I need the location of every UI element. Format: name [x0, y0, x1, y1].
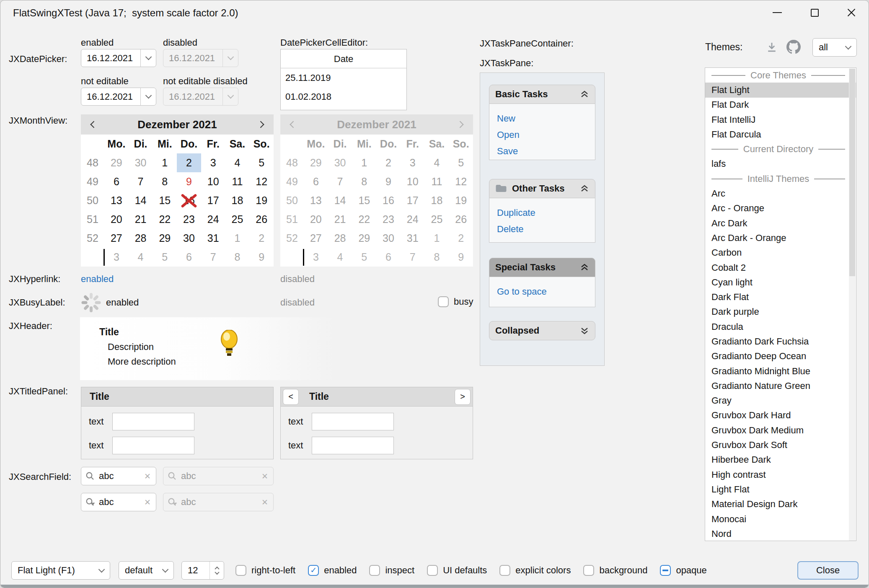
calendar-day[interactable]: 18 — [225, 191, 250, 210]
panel-right-button[interactable]: > — [455, 389, 471, 405]
theme-list-item[interactable]: Gradianto Dark Fuchsia — [705, 334, 856, 349]
theme-list-item[interactable]: Dark Flat — [705, 290, 856, 304]
taskpane-header[interactable]: Basic Tasks — [489, 85, 595, 104]
theme-list-item[interactable]: Flat Dark — [705, 98, 856, 112]
theme-list-item[interactable]: Dracula — [705, 319, 856, 334]
theme-list-item[interactable]: Monocai — [705, 512, 856, 526]
spinner-arrows[interactable] — [209, 562, 224, 579]
theme-list-item[interactable]: Gruvbox Dark Medium — [705, 423, 856, 438]
text-input[interactable] — [312, 437, 394, 454]
checkbox-box[interactable] — [499, 565, 510, 576]
close-window-button[interactable] — [838, 0, 865, 25]
theme-list-item[interactable]: Cyan light — [705, 275, 856, 290]
search-input[interactable]: abc — [99, 497, 141, 508]
table-column-header[interactable]: Date — [281, 49, 406, 68]
busy-checkbox[interactable]: busy — [438, 296, 473, 307]
collapse-chevron-icon[interactable] — [580, 90, 589, 99]
font-size-spinner[interactable]: 12 — [181, 561, 224, 580]
checkbox-box[interactable] — [369, 565, 380, 576]
taskpane-header[interactable]: Collapsed — [489, 321, 595, 340]
theme-list-item[interactable]: Flat IntelliJ — [705, 112, 856, 127]
calendar-day[interactable]: 24 — [201, 210, 225, 229]
taskpane-header[interactable]: Special Tasks — [489, 258, 595, 277]
checkbox-enabled[interactable]: enabled — [308, 565, 357, 576]
calendar-day[interactable]: 22 — [153, 210, 177, 229]
calendar-day[interactable]: 20 — [104, 210, 129, 229]
datepicker-dropdown-button[interactable] — [140, 49, 156, 67]
date-table[interactable]: Date 25.11.2019 01.02.2018 — [280, 49, 407, 110]
taskpane-header[interactable]: Other Tasks — [489, 179, 595, 198]
hyperlink-enabled[interactable]: enabled — [81, 274, 114, 285]
scrollbar-thumb[interactable] — [849, 69, 855, 276]
checkbox-box[interactable] — [583, 565, 594, 576]
calendar-day[interactable]: 4 — [129, 248, 153, 267]
calendar-day[interactable]: 8 — [225, 248, 250, 267]
datepicker-dropdown-button[interactable] — [140, 88, 156, 105]
calendar-day[interactable]: 1 — [153, 153, 177, 172]
theme-list-item[interactable]: Gradianto Midnight Blue — [705, 364, 856, 378]
datepicker-not-editable[interactable]: 16.12.2021 — [81, 88, 156, 106]
theme-list-item[interactable]: Gruvbox Dark Soft — [705, 438, 856, 452]
theme-list-item[interactable]: High contrast — [705, 467, 856, 482]
theme-list-item[interactable]: Material Design Dark — [705, 497, 856, 512]
calendar-day[interactable]: 21 — [129, 210, 153, 229]
text-input[interactable] — [312, 413, 394, 430]
calendar-day[interactable]: 11 — [225, 172, 250, 191]
calendar-day[interactable]: 15 — [153, 191, 177, 210]
checkbox-box[interactable] — [427, 565, 438, 576]
checkbox-box[interactable] — [235, 565, 246, 576]
previous-month-button[interactable] — [81, 114, 104, 135]
calendar-day[interactable]: 6 — [177, 248, 201, 267]
calendar-day[interactable]: 5 — [153, 248, 177, 267]
checkbox-inspect[interactable]: inspect — [369, 565, 414, 576]
calendar-day[interactable]: 30 — [129, 153, 153, 172]
calendar-day[interactable]: 1 — [225, 229, 250, 248]
calendar-day[interactable]: 7 — [129, 172, 153, 191]
theme-combobox[interactable]: Flat Light (F1) — [11, 561, 110, 580]
minimize-button[interactable] — [763, 0, 791, 25]
themes-list[interactable]: Core ThemesFlat LightFlat DarkFlat Intel… — [705, 67, 856, 541]
taskpane-link[interactable]: Go to space — [497, 286, 595, 297]
theme-list-item[interactable]: Hiberbee Dark — [705, 453, 856, 467]
checkbox-explicit-colors[interactable]: explicit colors — [499, 565, 571, 576]
calendar-day[interactable]: 2 — [177, 153, 201, 172]
calendar-day[interactable]: 26 — [249, 210, 274, 229]
theme-list-item[interactable]: Flat Darcula — [705, 127, 856, 142]
calendar-day[interactable]: 12 — [249, 172, 274, 191]
calendar-day[interactable]: 9 — [177, 172, 201, 191]
table-row[interactable]: 01.02.2018 — [281, 87, 406, 106]
theme-list-item[interactable]: lafs — [705, 157, 856, 171]
checkbox-opaque[interactable]: opaque — [660, 565, 706, 576]
theme-list-item[interactable]: Light Flat — [705, 482, 856, 497]
clear-icon[interactable]: ✕ — [144, 471, 151, 481]
checkbox-box[interactable] — [438, 296, 449, 307]
calendar-day[interactable]: 2 — [249, 229, 274, 248]
theme-list-item[interactable]: Arc - Orange — [705, 201, 856, 216]
taskpane-link[interactable]: New — [497, 113, 595, 124]
calendar-day[interactable]: 10 — [201, 172, 225, 191]
theme-list-item[interactable]: Arc Dark - Orange — [705, 231, 856, 245]
calendar-day[interactable]: 3 — [104, 248, 129, 267]
calendar-day[interactable]: 9 — [249, 248, 274, 267]
theme-list-item[interactable]: Flat Light — [705, 83, 856, 97]
taskpane-link[interactable]: Open — [497, 130, 595, 140]
clear-icon[interactable]: ✕ — [144, 497, 151, 507]
datepicker-enabled[interactable]: 16.12.2021 — [81, 49, 156, 67]
taskpane-link[interactable]: Delete — [497, 224, 595, 235]
theme-list-item[interactable]: Arc — [705, 186, 856, 201]
calendar-day[interactable]: 4 — [225, 153, 250, 172]
theme-list-item[interactable]: Gradianto Deep Ocean — [705, 349, 856, 364]
taskpane-link[interactable]: Save — [497, 146, 595, 157]
calendar-day[interactable]: 31 — [201, 229, 225, 248]
calendar-day[interactable]: 16 — [177, 191, 201, 210]
theme-list-item[interactable]: Arc Dark — [705, 216, 856, 231]
calendar-day[interactable]: 3 — [201, 153, 225, 172]
panel-left-button[interactable]: < — [283, 389, 299, 405]
calendar-day[interactable]: 17 — [201, 191, 225, 210]
calendar-day[interactable]: 28 — [129, 229, 153, 248]
calendar-day[interactable]: 30 — [177, 229, 201, 248]
github-icon[interactable] — [786, 40, 801, 54]
next-month-button[interactable] — [250, 114, 274, 135]
calendar-day[interactable]: 6 — [104, 172, 129, 191]
checkbox-box[interactable] — [660, 565, 671, 576]
